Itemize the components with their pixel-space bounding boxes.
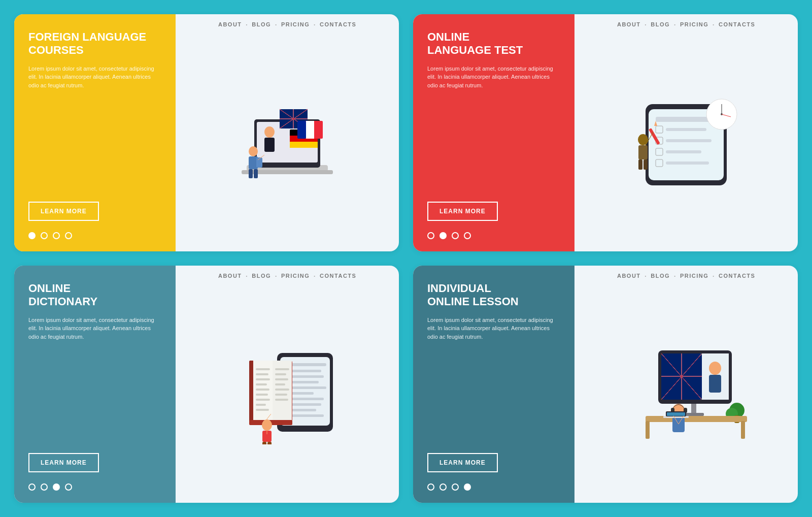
dot-3-4[interactable]	[65, 483, 72, 491]
card-content-4: INDIVIDUAL ONLINE LESSON Lorem ipsum dol…	[427, 282, 560, 350]
learn-more-btn-1[interactable]: LEARN MORE	[28, 202, 99, 221]
card-right-4: ABOUT • BLOG • PRICING • CONTACTS	[574, 266, 798, 503]
dot-1-4[interactable]	[65, 232, 72, 239]
dot-2-1[interactable]	[427, 232, 434, 239]
dot-4-3[interactable]	[452, 483, 459, 491]
svg-rect-71	[256, 404, 266, 406]
nav-blog-2[interactable]: BLOG	[651, 21, 670, 27]
dot-3-2[interactable]	[41, 483, 48, 491]
dot-2-4[interactable]	[464, 232, 471, 239]
card-left-1: FOREIGN LANGUAGE COURSES Lorem ipsum dol…	[14, 14, 176, 251]
nav-bar-1: ABOUT • BLOG • PRICING • CONTACTS	[176, 14, 399, 33]
card-desc-1: Lorem ipsum dolor sit amet, consectetur …	[28, 64, 161, 90]
laptop-flags-svg	[219, 91, 356, 193]
svg-rect-77	[275, 383, 285, 385]
nav-contacts-1[interactable]: CONTACTS	[320, 21, 356, 27]
card-desc-4: Lorem ipsum dolor sit amet, consectetur …	[427, 316, 560, 341]
card-desc-3: Lorem ipsum dolor sit amet, consectetur …	[28, 316, 161, 341]
dots-3	[28, 483, 161, 491]
svg-rect-17	[290, 142, 318, 148]
dots-4	[427, 483, 560, 491]
illustration-1	[176, 33, 399, 251]
svg-rect-74	[275, 368, 289, 370]
nav-about-3[interactable]: ABOUT	[218, 273, 242, 279]
nav-contacts-4[interactable]: CONTACTS	[719, 273, 755, 279]
svg-rect-33	[666, 139, 712, 142]
svg-rect-68	[256, 389, 269, 391]
nav-contacts-2[interactable]: CONTACTS	[719, 21, 755, 27]
nav-pricing-1[interactable]: PRICING	[281, 21, 310, 27]
card-individual-lesson: INDIVIDUAL ONLINE LESSON Lorem ipsum dol…	[413, 266, 798, 503]
card-desc-2: Lorem ipsum dolor sit amet, consectetur …	[427, 64, 560, 90]
dot-4-1[interactable]	[427, 483, 434, 491]
learn-more-btn-4[interactable]: LEARN MORE	[427, 453, 498, 472]
svg-rect-109	[741, 421, 745, 439]
svg-rect-103	[709, 375, 721, 393]
svg-rect-67	[256, 383, 267, 385]
illustration-4	[574, 284, 798, 503]
svg-rect-76	[275, 378, 288, 380]
svg-rect-79	[275, 394, 287, 396]
nav-blog-1[interactable]: BLOG	[252, 21, 271, 27]
dot-1-2[interactable]	[41, 232, 48, 239]
svg-rect-44	[638, 159, 642, 170]
nav-contacts-3[interactable]: CONTACTS	[320, 273, 356, 279]
main-grid: FOREIGN LANGUAGE COURSES Lorem ipsum dol…	[0, 0, 812, 517]
dot-1-3[interactable]	[53, 232, 60, 239]
svg-rect-70	[256, 399, 270, 401]
card-actions-1: LEARN MORE	[28, 202, 161, 239]
svg-rect-72	[256, 409, 269, 411]
dot-4-4[interactable]	[464, 483, 471, 491]
nav-pricing-4[interactable]: PRICING	[680, 273, 708, 279]
nav-bar-4: ABOUT • BLOG • PRICING • CONTACTS	[574, 266, 798, 284]
svg-rect-69	[256, 394, 268, 396]
nav-about-2[interactable]: ABOUT	[617, 21, 641, 27]
illustration-3	[176, 284, 399, 503]
svg-rect-78	[275, 389, 289, 391]
nav-blog-4[interactable]: BLOG	[651, 273, 670, 279]
svg-rect-65	[256, 373, 268, 375]
svg-rect-20	[306, 121, 314, 139]
nav-blog-3[interactable]: BLOG	[252, 273, 271, 279]
nav-about-1[interactable]: ABOUT	[218, 21, 242, 27]
card-foreign-language: FOREIGN LANGUAGE COURSES Lorem ipsum dol…	[14, 14, 399, 251]
card-left-4: INDIVIDUAL ONLINE LESSON Lorem ipsum dol…	[413, 266, 574, 503]
svg-rect-107	[646, 416, 747, 422]
svg-point-21	[249, 146, 258, 156]
svg-rect-43	[638, 145, 648, 159]
nav-pricing-2[interactable]: PRICING	[680, 21, 708, 27]
svg-rect-31	[666, 128, 706, 131]
card-online-dictionary: ONLINE DICTIONARY Lorem ipsum dolor sit …	[14, 266, 399, 503]
svg-rect-113	[672, 417, 685, 432]
card-title-2: ONLINE LANGUAGE TEST	[427, 30, 560, 57]
card-content-1: FOREIGN LANGUAGE COURSES Lorem ipsum dol…	[28, 30, 161, 99]
svg-rect-5	[264, 138, 275, 152]
book-tablet-svg	[216, 343, 358, 444]
card-title-3: ONLINE DICTIONARY	[28, 282, 161, 309]
svg-rect-84	[262, 442, 266, 444]
dot-3-1[interactable]	[28, 483, 36, 491]
learn-more-btn-2[interactable]: LEARN MORE	[427, 202, 498, 221]
card-online-test: ONLINE LANGUAGE TEST Lorem ipsum dolor s…	[413, 14, 798, 251]
nav-bar-2: ABOUT • BLOG • PRICING • CONTACTS	[574, 14, 798, 33]
dot-1-1[interactable]	[28, 232, 36, 239]
svg-rect-108	[646, 421, 650, 439]
svg-rect-35	[666, 150, 701, 153]
dot-2-3[interactable]	[452, 232, 459, 239]
dot-3-3[interactable]	[53, 483, 60, 491]
dots-2	[427, 232, 560, 239]
card-right-3: ABOUT • BLOG • PRICING • CONTACTS	[176, 266, 399, 503]
learn-more-btn-3[interactable]: LEARN MORE	[28, 453, 99, 472]
dot-4-2[interactable]	[439, 483, 447, 491]
nav-about-4[interactable]: ABOUT	[617, 273, 641, 279]
dot-2-2[interactable]	[439, 232, 447, 239]
card-actions-3: LEARN MORE	[28, 453, 161, 491]
svg-rect-45	[644, 159, 648, 170]
nav-pricing-3[interactable]: PRICING	[281, 273, 310, 279]
card-left-3: ONLINE DICTIONARY Lorem ipsum dolor sit …	[14, 266, 176, 503]
card-title-1: FOREIGN LANGUAGE COURSES	[28, 30, 161, 57]
svg-rect-23	[249, 169, 253, 178]
svg-point-102	[709, 362, 721, 375]
phone-checklist-svg	[615, 91, 757, 193]
svg-rect-19	[297, 121, 306, 139]
